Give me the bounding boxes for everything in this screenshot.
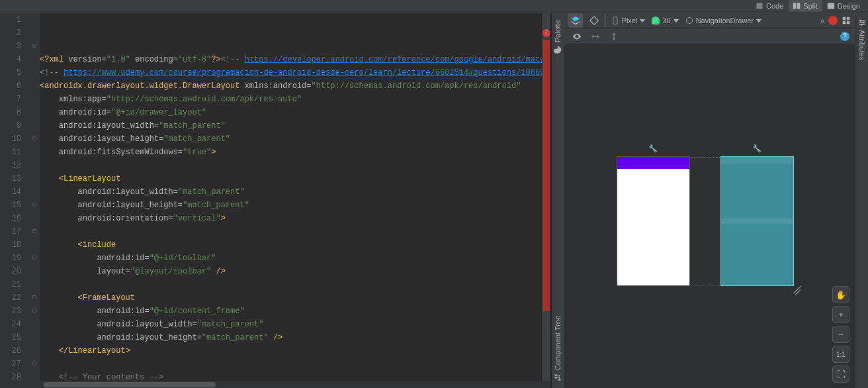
- chevron-down-icon: [640, 19, 645, 23]
- toolbar-separator: [605, 15, 606, 26]
- view-mode-split-button[interactable]: Split: [789, 0, 821, 12]
- palette-label: Palette: [554, 20, 562, 42]
- zoom-fit-button[interactable]: ⛶: [832, 365, 849, 383]
- svg-rect-4: [843, 21, 846, 24]
- error-range-marker[interactable]: [543, 40, 550, 311]
- layers-icon: [571, 16, 580, 25]
- render-error-badge[interactable]: [828, 16, 838, 25]
- horizontal-scroll-thumb[interactable]: [44, 382, 216, 387]
- app-bar-preview: [617, 157, 689, 169]
- view-mode-split-label: Split: [803, 2, 817, 10]
- design-surface-button[interactable]: [568, 13, 583, 28]
- help-badge[interactable]: ?: [840, 32, 849, 41]
- layout-variant-selector[interactable]: NavigationDrawer: [684, 17, 763, 24]
- blueprint-surface-button[interactable]: [587, 13, 601, 28]
- fit-icon: ⛶: [837, 369, 846, 379]
- error-marker-icon[interactable]: !: [542, 29, 550, 37]
- device-preview-design[interactable]: 🔧: [617, 144, 689, 285]
- sliders-icon: [858, 19, 866, 26]
- overflow-chevrons-icon[interactable]: »: [820, 17, 824, 24]
- error-stripe: !: [542, 13, 550, 381]
- eye-icon: [572, 32, 582, 41]
- attributes-tab[interactable]: Attributes: [857, 13, 867, 66]
- chevron-down-icon: [756, 19, 761, 23]
- design-toolbar-secondary: ?: [564, 29, 855, 45]
- ratio-label: 1:1: [836, 351, 846, 358]
- android-icon: [652, 17, 660, 24]
- svg-point-7: [862, 21, 864, 23]
- device-frame-blueprint[interactable]: [721, 157, 793, 285]
- split-icon: [793, 2, 801, 10]
- design-left-dock: Palette Component Tree: [551, 13, 564, 388]
- layout-validation-icon[interactable]: [842, 16, 851, 25]
- view-mode-design-label: Design: [838, 2, 860, 10]
- device-selector[interactable]: Pixel: [610, 17, 647, 24]
- svg-point-1: [686, 18, 692, 24]
- svg-point-6: [859, 19, 861, 21]
- diamond-icon: [589, 16, 599, 25]
- view-mode-code-label: Code: [766, 2, 783, 10]
- image-icon: [827, 2, 835, 10]
- minus-icon: −: [838, 330, 844, 340]
- design-preview-pane: Pixel 30 NavigationDrawer »: [564, 13, 855, 388]
- svg-rect-2: [843, 17, 846, 20]
- phone-icon: [611, 17, 619, 24]
- api-selector[interactable]: 30: [650, 17, 679, 24]
- blueprint-appbar: [721, 157, 793, 164]
- attributes-label: Attributes: [858, 30, 866, 60]
- component-tree-label: Component Tree: [554, 316, 562, 370]
- zoom-in-button[interactable]: +: [832, 306, 849, 323]
- zoom-actual-button[interactable]: 1:1: [832, 346, 849, 363]
- theme-icon: [685, 17, 693, 24]
- svg-rect-5: [847, 21, 849, 24]
- palette-tab[interactable]: Palette: [552, 13, 563, 60]
- device-frame-design[interactable]: [617, 157, 689, 285]
- pan-button[interactable]: ✋: [832, 286, 849, 303]
- chevron-down-icon: [673, 19, 679, 23]
- code-lines-icon: [756, 2, 763, 10]
- svg-rect-3: [847, 17, 849, 20]
- plus-icon: +: [838, 310, 844, 320]
- code-area[interactable]: 1234567891011121314151617181920212223242…: [0, 13, 550, 381]
- resize-handle-icon[interactable]: [791, 283, 805, 297]
- view-mode-code-button[interactable]: Code: [752, 0, 787, 12]
- h-arrows-icon: [591, 32, 600, 41]
- svg-rect-0: [613, 17, 617, 24]
- horizontal-scrollbar[interactable]: [0, 381, 550, 388]
- attributes-dock: Attributes: [855, 13, 868, 388]
- design-toolbar-primary: Pixel 30 NavigationDrawer »: [564, 13, 855, 29]
- view-mode-toolbar: Code Split Design: [0, 0, 868, 13]
- wrench-icon[interactable]: 🔧: [752, 144, 761, 153]
- device-preview-blueprint[interactable]: 🔧: [721, 144, 793, 285]
- fold-gutter[interactable]: ⊟⊟⊟⊟⊟⊟⊟⊟: [29, 13, 40, 381]
- code-editor-pane: 1234567891011121314151617181920212223242…: [0, 13, 550, 388]
- wrench-icon[interactable]: 🔧: [648, 144, 658, 153]
- tree-icon: [554, 373, 562, 381]
- visibility-toggle[interactable]: [570, 29, 584, 44]
- component-tree-tab[interactable]: Component Tree: [552, 309, 563, 388]
- device-selector-label: Pixel: [622, 17, 638, 24]
- blueprint-content: [721, 218, 793, 224]
- hand-icon: ✋: [836, 290, 846, 300]
- code-lines[interactable]: ! <?xml version="1.0" encoding="utf-8"?>…: [40, 13, 550, 381]
- zoom-out-button[interactable]: −: [832, 326, 849, 343]
- api-selector-label: 30: [662, 17, 670, 24]
- vertical-expand-toggle[interactable]: [607, 29, 621, 44]
- layout-variant-label: NavigationDrawer: [696, 17, 754, 24]
- palette-icon: [554, 46, 562, 54]
- zoom-controls: ✋ + − 1:1 ⛶: [832, 286, 849, 383]
- v-arrows-icon: [609, 32, 619, 41]
- view-mode-design-button[interactable]: Design: [823, 0, 864, 12]
- horizontal-expand-toggle[interactable]: [588, 29, 603, 44]
- design-surface[interactable]: 🔧 🔧 ✋: [564, 45, 855, 388]
- line-number-gutter: 1234567891011121314151617181920212223242…: [0, 13, 29, 381]
- svg-point-8: [860, 23, 862, 25]
